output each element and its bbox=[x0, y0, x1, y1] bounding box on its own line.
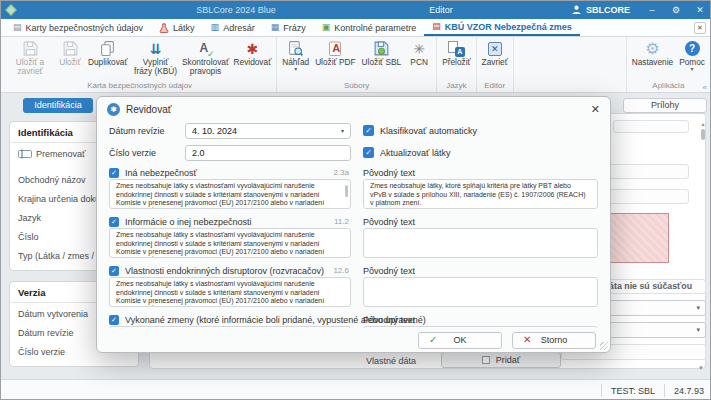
textarea-scrollbar[interactable] bbox=[345, 185, 348, 197]
ribbon-button-label: Duplikovať bbox=[88, 58, 128, 67]
section-checkbox[interactable]: ✓ bbox=[109, 315, 119, 325]
section-checkbox[interactable]: ✓ bbox=[109, 266, 119, 276]
original-textarea[interactable] bbox=[363, 228, 598, 258]
ribbon-button-label: Zavrieť bbox=[482, 58, 508, 67]
spellcheck-button[interactable]: A✓Skontrolovať pravopis bbox=[181, 38, 231, 76]
section-checkbox[interactable]: ✓ bbox=[109, 168, 119, 178]
section-textarea[interactable]: Zmes neobsahuje látky s vlastnosťami vyv… bbox=[109, 228, 351, 258]
original-text-label: Pôvodný text bbox=[363, 217, 415, 227]
checkbox-icon[interactable]: ✓ bbox=[363, 147, 374, 158]
window-title: Editor bbox=[406, 5, 476, 15]
revision-date-combobox[interactable]: 4. 10. 2024▾ bbox=[185, 123, 351, 139]
cancel-button[interactable]: ✕ Storno bbox=[512, 332, 596, 349]
ribbon-button-label: Uložiť a zavrieť bbox=[8, 58, 52, 76]
pdf-icon: A bbox=[327, 40, 343, 57]
save-sbl-button[interactable]: Uložiť SBL bbox=[359, 38, 405, 67]
tabstrip-close-icon[interactable]: ✕ bbox=[694, 22, 706, 34]
minimize-button[interactable]: – bbox=[640, 1, 664, 19]
revise-icon: ✱ bbox=[247, 40, 259, 57]
tab-phrases[interactable]: ▦Frázy bbox=[263, 19, 314, 36]
rename-icon bbox=[18, 149, 32, 159]
divider bbox=[664, 384, 665, 397]
field-label-text: Číslo verzie bbox=[18, 347, 65, 357]
titlebar-settings-icon[interactable]: ⚙ bbox=[664, 1, 688, 19]
field-label-text: Jazyk bbox=[18, 213, 41, 223]
ribbon-group: ✕ZavrieťEditor bbox=[477, 37, 514, 92]
section-checkbox[interactable]: ✓ bbox=[109, 217, 119, 227]
ribbon-collapse-icon[interactable]: « bbox=[703, 83, 707, 92]
ribbon-button-label: Přeložiť bbox=[442, 58, 470, 67]
save-icon bbox=[62, 40, 79, 57]
pcn-icon: ✳ bbox=[413, 40, 425, 57]
close-editor-button[interactable]: ✕Zavrieť bbox=[479, 38, 511, 67]
revise-button[interactable]: ✱Revidovať bbox=[231, 38, 275, 67]
close-button[interactable]: ✕ bbox=[688, 1, 711, 19]
app-window: SBLCore 2024 Blue Editor SBLCORE – ⚙ ✕ ▤… bbox=[0, 0, 711, 400]
tab-label: Karty bezpečnostných údajov bbox=[26, 23, 144, 33]
spellcheck-icon: A✓ bbox=[198, 40, 214, 57]
chevron-down-icon: ▾ bbox=[691, 67, 694, 71]
section-number: 2.3a bbox=[333, 168, 351, 177]
tab-sds-document[interactable]: ▤KBÚ VZOR Nebezpečná zmes bbox=[424, 19, 580, 36]
ribbon-group-label: Jazyk bbox=[439, 80, 473, 92]
settings-button[interactable]: ⚙Nastavenie bbox=[629, 38, 677, 67]
tab-label: Frázy bbox=[283, 23, 306, 33]
account-button[interactable]: SBLCORE bbox=[561, 4, 640, 17]
section-title: Informácie o inej nebezpečnosti bbox=[125, 217, 252, 227]
ribbon-button-label: Vyplniť frázy (KBÚ) bbox=[134, 58, 178, 76]
x-icon: ✕ bbox=[523, 335, 531, 345]
add-button[interactable]: Pridať bbox=[441, 352, 561, 368]
attachments-button[interactable]: Prílohy bbox=[623, 98, 707, 113]
tab-label: Kontrolné parametre bbox=[334, 23, 416, 33]
resize-grip[interactable] bbox=[600, 342, 608, 350]
fill-phrases-button[interactable]: ⇊Vyplniť frázy (KBÚ) bbox=[131, 38, 181, 76]
preview-button[interactable]: Náhľad▾ bbox=[279, 38, 312, 71]
revise-dialog-icon: ✱ bbox=[107, 103, 120, 116]
sds-doc-icon: ▤ bbox=[432, 22, 441, 31]
dialog-title: Revidovať bbox=[126, 104, 171, 115]
scroll-thumb[interactable] bbox=[701, 129, 705, 140]
translate-button[interactable]: APřeložiť bbox=[439, 38, 473, 67]
ribbon-button-label: PCN bbox=[410, 58, 428, 67]
field-label-text: Premenovať bbox=[36, 149, 85, 159]
cards-icon: ▤ bbox=[13, 23, 22, 32]
divider bbox=[601, 384, 602, 397]
custom-data-label: Vlastné dáta bbox=[366, 356, 416, 366]
ribbon: Uložiť a zavrieťUložiťDuplikovať⇊Vyplniť… bbox=[1, 37, 711, 93]
tab-safety-data-sheets[interactable]: ▤Karty bezpečnostných údajov bbox=[5, 19, 151, 36]
section-textarea[interactable]: Zmes neobsahuje látky s vlastnosťami vyv… bbox=[109, 277, 351, 307]
checkbox-icon[interactable]: ✓ bbox=[363, 125, 374, 136]
section-textarea[interactable]: Zmes neobsahuje látky s vlastnosťami vyv… bbox=[109, 179, 351, 209]
pcn-button[interactable]: ✳PCN bbox=[404, 38, 434, 67]
address-book-icon: ▥ bbox=[211, 23, 220, 32]
option-label: Aktualizovať látky bbox=[380, 148, 450, 158]
version-number-input[interactable]: 2.0 bbox=[185, 145, 351, 161]
collapse-panel-icon[interactable]: ▼ bbox=[698, 365, 704, 371]
field-box[interactable] bbox=[613, 120, 689, 133]
help-button[interactable]: ?Pomoc▾ bbox=[676, 38, 708, 71]
update-substances-checkbox[interactable]: ✓Aktualizovať látky bbox=[363, 145, 598, 160]
dialog-footer: ✓ OK ✕ Storno bbox=[97, 328, 610, 352]
auto-classify-checkbox[interactable]: ✓Klasifikovať automaticky bbox=[363, 123, 598, 138]
save-pdf-button[interactable]: AUložiť PDF bbox=[312, 38, 358, 67]
settings-icon: ⚙ bbox=[645, 40, 659, 57]
original-text-label: Pôvodný text bbox=[363, 266, 415, 276]
field-label-text: Obchodný názov bbox=[18, 175, 86, 185]
original-textarea[interactable] bbox=[363, 277, 598, 307]
tab-substances[interactable]: Látky bbox=[151, 19, 203, 36]
chevron-down-icon: ▾ bbox=[294, 67, 297, 71]
scroll-up-icon[interactable]: ▲ bbox=[701, 121, 706, 127]
ribbon-button-label: Uložiť bbox=[59, 58, 81, 67]
ok-button[interactable]: ✓ OK bbox=[418, 332, 502, 349]
panel-scrollbar[interactable]: ▲ bbox=[700, 121, 706, 241]
duplicate-button[interactable]: Duplikovať bbox=[85, 38, 131, 67]
app-icon bbox=[7, 6, 15, 14]
tab-control-parameters[interactable]: ▣Kontrolné parametre bbox=[314, 19, 425, 36]
ribbon-group-label: Aplikácia bbox=[629, 80, 708, 92]
tab-address-book[interactable]: ▥Adresár bbox=[203, 19, 263, 36]
original-textarea[interactable]: Zmes neobsahuje látky, ktoré spĺňajú kri… bbox=[363, 179, 598, 209]
ribbon-group: Uložiť a zavrieťUložiťDuplikovať⇊Vyplniť… bbox=[3, 37, 277, 92]
tab-identification[interactable]: Identifikácia bbox=[23, 98, 93, 113]
dialog-close-icon[interactable]: ✕ bbox=[591, 104, 600, 115]
version-label: 24.7.93 bbox=[674, 386, 704, 396]
